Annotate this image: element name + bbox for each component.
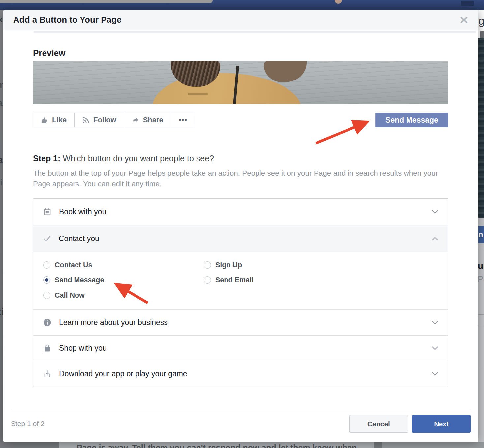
page-action-buttons: Like Follow Share ••• xyxy=(33,113,195,127)
cancel-button[interactable]: Cancel xyxy=(349,415,408,433)
close-icon[interactable]: ✕ xyxy=(459,15,469,25)
step-heading: Step 1: Which button do you want people … xyxy=(33,154,214,163)
accordion-item-book-with-you[interactable]: Book with you xyxy=(33,199,448,225)
background-divider xyxy=(478,368,484,368)
background-text-fragment: x xyxy=(0,15,3,25)
shopping-bag-icon xyxy=(43,344,51,352)
radio-label: Send Message xyxy=(55,276,104,284)
background-facebook-navbar xyxy=(0,0,484,10)
background-scrollbar-thumb xyxy=(480,31,484,38)
radio-label: Contact Us xyxy=(55,261,92,269)
background-bottom-panel: Page is away. Tell them you can't respon… xyxy=(59,442,374,448)
cover-person-hood xyxy=(264,61,307,82)
radio-circle[interactable] xyxy=(43,261,50,269)
background-text-fragment: Pa xyxy=(478,274,484,284)
radio-circle[interactable] xyxy=(43,292,50,299)
radio-option-send-email[interactable]: Send Email xyxy=(204,272,254,288)
background-divider xyxy=(478,314,484,315)
like-button[interactable]: Like xyxy=(33,113,75,127)
check-icon xyxy=(43,235,51,242)
step-label: Step 1: xyxy=(33,154,60,163)
accordion-label: Download your app or play your game xyxy=(59,369,187,378)
accordion-label: Contact you xyxy=(59,234,99,243)
background-text-fragment: ti xyxy=(0,177,3,188)
more-actions-button[interactable]: ••• xyxy=(171,113,195,127)
background-nav-icons xyxy=(461,1,474,6)
chevron-up-icon xyxy=(432,237,438,241)
radio-circle[interactable] xyxy=(204,276,211,284)
background-divider xyxy=(478,327,484,327)
radio-option-sign-up[interactable]: Sign Up xyxy=(204,257,242,272)
preview-heading: Preview xyxy=(33,48,65,58)
radio-circle-selected[interactable] xyxy=(43,276,50,284)
calendar-icon xyxy=(43,208,51,216)
like-label: Like xyxy=(52,116,67,124)
step-description: The button at the top of your Page helps… xyxy=(33,168,442,189)
follow-button[interactable]: Follow xyxy=(74,113,124,127)
download-icon xyxy=(43,370,51,378)
step-question: Which button do you want people to see? xyxy=(60,154,214,163)
background-text-fragment: a xyxy=(0,154,3,166)
share-button[interactable]: Share xyxy=(124,113,171,127)
preview-send-message-button[interactable]: Send Message xyxy=(375,113,448,127)
background-blue-button-edge: n xyxy=(478,226,484,243)
background-text-fragment: ur xyxy=(478,261,484,271)
follow-label: Follow xyxy=(93,116,116,124)
more-ellipsis-icon: ••• xyxy=(179,116,187,124)
accordion-item-shop-with-you[interactable]: Shop with you xyxy=(33,335,448,361)
accordion-item-learn-more[interactable]: Learn more about your business xyxy=(33,309,448,335)
add-button-modal: Add a Button to Your Page ✕ Preview Like xyxy=(3,10,478,442)
radio-label: Send Email xyxy=(215,276,254,284)
chevron-down-icon xyxy=(432,346,438,350)
accordion-item-download-app[interactable]: Download your app or play your game xyxy=(33,361,448,387)
contact-you-options: Contact Us Send Message Call Now Sign Up… xyxy=(33,252,448,309)
accordion-label: Shop with you xyxy=(59,344,106,353)
radio-label: Call Now xyxy=(55,291,85,300)
info-icon xyxy=(43,318,51,327)
background-away-text: Page is away. Tell them you can't respon… xyxy=(77,443,357,448)
radio-option-contact-us[interactable]: Contact Us xyxy=(43,257,92,272)
modal-header: Add a Button to Your Page ✕ xyxy=(3,10,478,30)
thumbs-up-icon xyxy=(41,116,48,124)
accordion-label: Book with you xyxy=(59,208,106,216)
follow-feed-icon xyxy=(82,116,90,124)
modal-title: Add a Button to Your Page xyxy=(13,15,121,25)
footer-divider xyxy=(11,409,471,409)
chevron-down-icon xyxy=(432,372,438,376)
share-arrow-icon xyxy=(132,116,139,124)
button-category-accordion: Book with you Contact you Contact Us Sen… xyxy=(33,198,448,387)
radio-option-call-now[interactable]: Call Now xyxy=(43,288,85,303)
step-progress: Step 1 of 2 xyxy=(11,420,45,428)
cover-person-pocket xyxy=(188,93,208,95)
background-cover-photo-edge xyxy=(478,38,484,218)
page-cover-photo xyxy=(33,61,448,104)
background-avatar xyxy=(335,0,342,4)
background-divider xyxy=(478,249,484,249)
radio-label: Sign Up xyxy=(215,261,242,269)
radio-circle[interactable] xyxy=(204,261,211,269)
background-browser-strip xyxy=(0,0,213,3)
chevron-down-icon xyxy=(432,210,438,214)
chevron-down-icon xyxy=(432,320,438,325)
accordion-item-contact-you[interactable]: Contact you xyxy=(33,225,448,252)
radio-option-send-message[interactable]: Send Message xyxy=(43,272,104,288)
scrolled-content-hint xyxy=(34,31,476,33)
accordion-label: Learn more about your business xyxy=(59,318,168,327)
background-bottom-right xyxy=(382,442,484,448)
share-label: Share xyxy=(143,116,163,124)
next-button[interactable]: Next xyxy=(412,415,471,433)
background-text-fragment: a xyxy=(0,98,3,108)
